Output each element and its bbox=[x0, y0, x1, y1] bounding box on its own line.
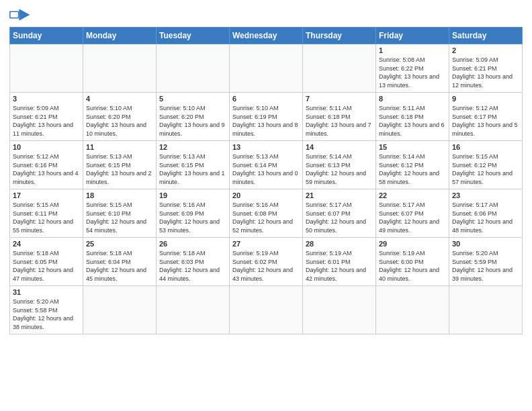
day-cell: 10Sunrise: 5:12 AM Sunset: 6:16 PM Dayli… bbox=[10, 141, 83, 189]
day-cell bbox=[157, 44, 230, 93]
day-number: 2 bbox=[452, 46, 519, 54]
day-info: Sunrise: 5:19 AM Sunset: 6:01 PM Dayligh… bbox=[306, 249, 373, 283]
day-cell: 19Sunrise: 5:16 AM Sunset: 6:09 PM Dayli… bbox=[157, 189, 230, 238]
day-cell: 28Sunrise: 5:19 AM Sunset: 6:01 PM Dayli… bbox=[303, 238, 376, 286]
day-cell: 30Sunrise: 5:20 AM Sunset: 5:59 PM Dayli… bbox=[449, 238, 523, 286]
day-number: 11 bbox=[86, 143, 153, 151]
day-info: Sunrise: 5:19 AM Sunset: 6:02 PM Dayligh… bbox=[232, 249, 300, 283]
day-number: 7 bbox=[306, 95, 373, 103]
svg-rect-2 bbox=[11, 12, 18, 17]
day-number: 9 bbox=[452, 95, 519, 103]
weekday-header-row: SundayMondayTuesdayWednesdayThursdayFrid… bbox=[10, 28, 523, 44]
day-cell: 15Sunrise: 5:14 AM Sunset: 6:12 PM Dayli… bbox=[376, 141, 449, 189]
day-number: 19 bbox=[159, 191, 226, 199]
day-cell bbox=[303, 286, 376, 334]
day-cell: 6Sunrise: 5:10 AM Sunset: 6:19 PM Daylig… bbox=[230, 93, 303, 141]
day-info: Sunrise: 5:09 AM Sunset: 6:21 PM Dayligh… bbox=[452, 56, 519, 89]
week-row-6: 31Sunrise: 5:20 AM Sunset: 5:58 PM Dayli… bbox=[10, 286, 523, 334]
weekday-header-tuesday: Tuesday bbox=[157, 28, 230, 44]
day-cell: 3Sunrise: 5:09 AM Sunset: 6:21 PM Daylig… bbox=[10, 93, 83, 141]
day-number: 23 bbox=[452, 191, 519, 199]
day-cell: 26Sunrise: 5:18 AM Sunset: 6:03 PM Dayli… bbox=[157, 238, 230, 286]
day-number: 30 bbox=[452, 240, 519, 248]
day-number: 28 bbox=[306, 240, 373, 248]
day-cell: 1Sunrise: 5:08 AM Sunset: 6:22 PM Daylig… bbox=[376, 44, 449, 93]
day-cell: 2Sunrise: 5:09 AM Sunset: 6:21 PM Daylig… bbox=[449, 44, 523, 93]
day-number: 4 bbox=[86, 95, 153, 103]
day-cell: 22Sunrise: 5:17 AM Sunset: 6:07 PM Dayli… bbox=[376, 189, 449, 238]
day-number: 21 bbox=[306, 191, 373, 199]
weekday-header-friday: Friday bbox=[376, 28, 449, 44]
day-cell: 20Sunrise: 5:16 AM Sunset: 6:08 PM Dayli… bbox=[230, 189, 303, 238]
day-number: 15 bbox=[379, 143, 446, 151]
day-cell: 12Sunrise: 5:13 AM Sunset: 6:15 PM Dayli… bbox=[157, 141, 230, 189]
day-info: Sunrise: 5:13 AM Sunset: 6:14 PM Dayligh… bbox=[232, 152, 300, 186]
day-cell bbox=[83, 286, 157, 334]
day-info: Sunrise: 5:11 AM Sunset: 6:18 PM Dayligh… bbox=[379, 104, 446, 138]
day-cell: 14Sunrise: 5:14 AM Sunset: 6:13 PM Dayli… bbox=[303, 141, 376, 189]
week-row-1: 1Sunrise: 5:08 AM Sunset: 6:22 PM Daylig… bbox=[10, 44, 523, 93]
day-number: 25 bbox=[86, 240, 153, 248]
day-number: 31 bbox=[13, 288, 80, 296]
day-number: 26 bbox=[159, 240, 226, 248]
day-number: 14 bbox=[306, 143, 373, 151]
day-cell bbox=[230, 44, 303, 93]
day-info: Sunrise: 5:17 AM Sunset: 6:06 PM Dayligh… bbox=[452, 201, 519, 234]
day-info: Sunrise: 5:13 AM Sunset: 6:15 PM Dayligh… bbox=[159, 152, 226, 186]
day-info: Sunrise: 5:11 AM Sunset: 6:18 PM Dayligh… bbox=[306, 104, 373, 138]
weekday-header-saturday: Saturday bbox=[449, 28, 523, 44]
day-cell: 11Sunrise: 5:13 AM Sunset: 6:15 PM Dayli… bbox=[83, 141, 157, 189]
day-cell: 9Sunrise: 5:12 AM Sunset: 6:17 PM Daylig… bbox=[449, 93, 523, 141]
day-info: Sunrise: 5:20 AM Sunset: 5:58 PM Dayligh… bbox=[13, 298, 80, 331]
day-cell: 21Sunrise: 5:17 AM Sunset: 6:07 PM Dayli… bbox=[303, 189, 376, 238]
day-number: 5 bbox=[159, 95, 226, 103]
day-cell: 8Sunrise: 5:11 AM Sunset: 6:18 PM Daylig… bbox=[376, 93, 449, 141]
day-cell bbox=[230, 286, 303, 334]
calendar-table: SundayMondayTuesdayWednesdayThursdayFrid… bbox=[9, 27, 523, 334]
day-number: 12 bbox=[159, 143, 226, 151]
day-info: Sunrise: 5:10 AM Sunset: 6:20 PM Dayligh… bbox=[159, 104, 226, 138]
day-info: Sunrise: 5:13 AM Sunset: 6:15 PM Dayligh… bbox=[86, 152, 153, 186]
weekday-header-sunday: Sunday bbox=[10, 28, 83, 44]
week-row-3: 10Sunrise: 5:12 AM Sunset: 6:16 PM Dayli… bbox=[10, 141, 523, 189]
day-cell bbox=[10, 44, 83, 93]
day-info: Sunrise: 5:17 AM Sunset: 6:07 PM Dayligh… bbox=[379, 201, 446, 234]
day-info: Sunrise: 5:08 AM Sunset: 6:22 PM Dayligh… bbox=[379, 56, 446, 89]
day-number: 3 bbox=[13, 95, 80, 103]
day-cell: 7Sunrise: 5:11 AM Sunset: 6:18 PM Daylig… bbox=[303, 93, 376, 141]
day-number: 6 bbox=[232, 95, 300, 103]
day-cell: 27Sunrise: 5:19 AM Sunset: 6:02 PM Dayli… bbox=[230, 238, 303, 286]
day-info: Sunrise: 5:15 AM Sunset: 6:12 PM Dayligh… bbox=[452, 152, 519, 186]
day-cell bbox=[83, 44, 157, 93]
weekday-header-thursday: Thursday bbox=[303, 28, 376, 44]
day-number: 27 bbox=[232, 240, 300, 248]
week-row-2: 3Sunrise: 5:09 AM Sunset: 6:21 PM Daylig… bbox=[10, 93, 523, 141]
day-number: 8 bbox=[379, 95, 446, 103]
day-info: Sunrise: 5:16 AM Sunset: 6:08 PM Dayligh… bbox=[232, 201, 300, 234]
day-info: Sunrise: 5:15 AM Sunset: 6:10 PM Dayligh… bbox=[86, 201, 153, 234]
day-info: Sunrise: 5:18 AM Sunset: 6:04 PM Dayligh… bbox=[86, 249, 153, 283]
day-cell: 4Sunrise: 5:10 AM Sunset: 6:20 PM Daylig… bbox=[83, 93, 157, 141]
day-info: Sunrise: 5:15 AM Sunset: 6:11 PM Dayligh… bbox=[13, 201, 80, 234]
day-cell bbox=[449, 286, 523, 334]
header bbox=[9, 7, 523, 23]
day-cell: 13Sunrise: 5:13 AM Sunset: 6:14 PM Dayli… bbox=[230, 141, 303, 189]
day-info: Sunrise: 5:19 AM Sunset: 6:00 PM Dayligh… bbox=[379, 249, 446, 283]
day-info: Sunrise: 5:10 AM Sunset: 6:20 PM Dayligh… bbox=[86, 104, 153, 138]
day-info: Sunrise: 5:16 AM Sunset: 6:09 PM Dayligh… bbox=[159, 201, 226, 234]
day-cell: 24Sunrise: 5:18 AM Sunset: 6:05 PM Dayli… bbox=[10, 238, 83, 286]
day-number: 17 bbox=[13, 191, 80, 199]
day-info: Sunrise: 5:14 AM Sunset: 6:12 PM Dayligh… bbox=[379, 152, 446, 186]
day-cell: 23Sunrise: 5:17 AM Sunset: 6:06 PM Dayli… bbox=[449, 189, 523, 238]
day-cell: 18Sunrise: 5:15 AM Sunset: 6:10 PM Dayli… bbox=[83, 189, 157, 238]
day-cell bbox=[376, 286, 449, 334]
day-number: 24 bbox=[13, 240, 80, 248]
day-info: Sunrise: 5:20 AM Sunset: 5:59 PM Dayligh… bbox=[452, 249, 519, 283]
page: SundayMondayTuesdayWednesdayThursdayFrid… bbox=[0, 0, 532, 341]
logo bbox=[9, 7, 34, 23]
day-number: 10 bbox=[13, 143, 80, 151]
day-info: Sunrise: 5:12 AM Sunset: 6:16 PM Dayligh… bbox=[13, 152, 80, 186]
logo-icon bbox=[9, 7, 31, 23]
day-info: Sunrise: 5:18 AM Sunset: 6:03 PM Dayligh… bbox=[159, 249, 226, 283]
day-cell: 17Sunrise: 5:15 AM Sunset: 6:11 PM Dayli… bbox=[10, 189, 83, 238]
